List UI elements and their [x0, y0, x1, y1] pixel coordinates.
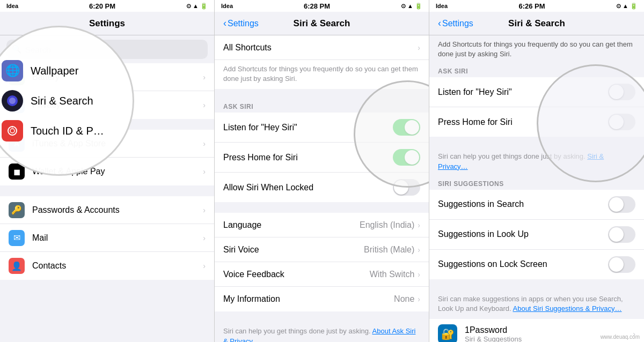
ask-siri-group: Listen for "Hey Siri" Press Home for Sir…	[215, 113, 429, 202]
language-item[interactable]: Language English (India) ›	[215, 213, 429, 237]
p3-suggestions-lookup-label: Suggestions in Look Up	[438, 229, 608, 239]
p3-suggestions-lookup-thumb	[609, 227, 624, 242]
p2-navbar: ‹ Settings Siri & Search	[215, 12, 429, 35]
status-bar-3: Idea 6:26 PM ⊙ ▲ 🔋	[429, 0, 644, 12]
p3-back-button[interactable]: ‹ Settings	[438, 18, 473, 29]
p3-top-note: Add Shortcuts for things you frequently …	[429, 35, 644, 64]
all-shortcuts-item[interactable]: All Shortcuts ›	[215, 35, 429, 60]
touchid-circle-label: Touch ID & P…	[31, 125, 104, 137]
circle-item-touchid: Touch ID & P…	[2, 120, 116, 142]
siri-list-right: Add Shortcuts for things you frequently …	[429, 35, 644, 342]
mail-icon: ✉	[9, 230, 25, 246]
myinfo-chevron: ›	[418, 295, 420, 303]
privacy-chevron: ›	[203, 101, 206, 109]
p3-suggestions-search-label: Suggestions in Search	[438, 199, 608, 209]
myinfo-value: None	[394, 294, 414, 304]
shortcuts-chevron: ›	[418, 43, 420, 52]
p3-hey-siri-toggle[interactable]	[608, 84, 635, 100]
voice-chevron: ›	[418, 246, 420, 254]
wallet-chevron: ›	[203, 167, 206, 176]
p3-suggestions-search-toggle[interactable]	[608, 196, 635, 213]
p3-suggestions-lockscreen-thumb	[609, 257, 624, 272]
svg-point-2	[8, 127, 17, 135]
siri-list-middle: All Shortcuts › Add Shortcuts for things…	[215, 35, 429, 342]
feedback-label: Voice Feedback	[223, 270, 370, 279]
carrier-1: Idea	[6, 3, 18, 9]
p3-suggestions-lookup-item[interactable]: Suggestions in Look Up	[429, 220, 644, 250]
voice-label: Siri Voice	[223, 245, 364, 255]
status-bar-2: Idea 6:28 PM ⊙ ▲ 🔋	[215, 0, 429, 12]
feedback-item[interactable]: Voice Feedback With Switch ›	[215, 262, 429, 287]
feedback-value: With Switch	[370, 270, 415, 279]
p3-navbar: ‹ Settings Siri & Search	[429, 12, 644, 35]
status-icons-2: ⊙ ▲ 🔋	[401, 3, 422, 10]
circle-item-wallpaper: 🌐 Wallpaper	[2, 60, 116, 81]
p3-hey-siri-label: Listen for "Hey Siri"	[438, 87, 608, 97]
p3-press-home-item[interactable]: Press Home for Siri	[429, 107, 644, 137]
panel-siri-middle: Idea 6:28 PM ⊙ ▲ 🔋 ‹ Settings Siri & Sea…	[215, 0, 429, 342]
p3-siri-note: Siri can help you get things done just b…	[429, 147, 644, 176]
wallpaper-circle-icon: 🌐	[2, 60, 23, 81]
siri-circle-icon	[2, 90, 23, 111]
contacts-label: Contacts	[32, 261, 203, 271]
carrier-2: Idea	[221, 3, 233, 9]
wallpaper-circle-label: Wallpaper	[31, 65, 78, 77]
chevron-left-icon: ‹	[223, 18, 226, 29]
voice-item[interactable]: Siri Voice British (Male) ›	[215, 237, 429, 262]
itunes-chevron: ›	[203, 139, 206, 148]
p2-back-button[interactable]: ‹ Settings	[223, 18, 259, 29]
hey-siri-toggle[interactable]	[393, 119, 420, 136]
p3-suggestions-group: Suggestions in Search Suggestions in Loo…	[429, 190, 644, 279]
p3-chevron-left-icon: ‹	[438, 18, 441, 29]
shortcuts-note: Add Shortcuts for things you frequently …	[215, 60, 429, 89]
touchid-circle-icon	[2, 120, 23, 142]
language-chevron: ›	[418, 221, 420, 229]
settings-item-mail[interactable]: ✉ Mail ›	[0, 224, 214, 252]
language-label: Language	[223, 220, 360, 230]
press-home-item[interactable]: Press Home for Siri	[215, 143, 429, 173]
siri-circle-label: Siri & Search	[31, 95, 93, 107]
p3-suggestions-lockscreen-label: Suggestions on Lock Screen	[438, 259, 608, 269]
hey-siri-item[interactable]: Listen for "Hey Siri"	[215, 113, 429, 143]
mail-chevron: ›	[203, 234, 206, 242]
p3-press-home-toggle[interactable]	[608, 114, 635, 130]
allow-locked-toggle[interactable]	[393, 179, 420, 196]
p3-suggestions-note: Siri can make suggestions in apps or whe…	[429, 290, 644, 319]
siri-privacy-link[interactable]: About Ask Siri & Privacy…	[223, 327, 415, 342]
time-1: 6:20 PM	[89, 2, 115, 10]
allow-locked-thumb	[394, 180, 408, 195]
battery-chevron: ›	[203, 73, 206, 81]
hey-siri-thumb	[405, 120, 419, 135]
p3-suggestions-lockscreen-toggle[interactable]	[608, 256, 635, 273]
p3-back-label: Settings	[442, 19, 473, 28]
p3-hey-siri-item[interactable]: Listen for "Hey Siri"	[429, 77, 644, 107]
siri-note-middle: Siri can help you get things done just b…	[215, 322, 429, 342]
carrier-3: Idea	[436, 3, 448, 9]
myinfo-item[interactable]: My Information None ›	[215, 287, 429, 311]
status-bar-1: Idea 6:20 PM ⊙ ▲ 🔋	[0, 0, 214, 12]
myinfo-label: My Information	[223, 294, 394, 304]
p3-siri-privacy-link[interactable]: Siri & Privacy…	[438, 152, 604, 170]
p3-suggestions-search-thumb	[609, 197, 624, 212]
panel-siri-right: Idea 6:26 PM ⊙ ▲ 🔋 ‹ Settings Siri & Sea…	[429, 0, 644, 342]
shortcuts-label: All Shortcuts	[223, 43, 418, 53]
p3-suggestions-lockscreen-item[interactable]: Suggestions on Lock Screen	[429, 250, 644, 279]
press-home-label: Press Home for Siri	[223, 153, 393, 162]
settings-item-contacts[interactable]: 👤 Contacts ›	[0, 252, 214, 280]
allow-locked-item[interactable]: Allow Siri When Locked	[215, 173, 429, 202]
watermark: www.deuaq.com	[601, 334, 640, 340]
mail-label: Mail	[32, 233, 203, 243]
p3-suggestions-privacy-link[interactable]: About Siri Suggestions & Privacy…	[513, 304, 622, 313]
press-home-toggle[interactable]	[393, 149, 420, 166]
passwords-icon: 🔑	[9, 202, 25, 218]
svg-point-3	[10, 129, 14, 133]
1password-name: 1Password	[465, 325, 633, 335]
shortcuts-group: All Shortcuts › Add Shortcuts for things…	[215, 35, 429, 89]
ask-siri-header: ASK SIRI	[215, 100, 429, 113]
status-icons-1: ⊙ ▲ 🔋	[186, 3, 208, 10]
p3-suggestions-search-item[interactable]: Suggestions in Search	[429, 190, 644, 220]
settings-item-passwords[interactable]: 🔑 Passwords & Accounts ›	[0, 196, 214, 224]
p2-nav-title: Siri & Search	[294, 18, 350, 29]
p3-suggestions-lookup-toggle[interactable]	[608, 226, 635, 243]
time-3: 6:26 PM	[518, 2, 545, 10]
